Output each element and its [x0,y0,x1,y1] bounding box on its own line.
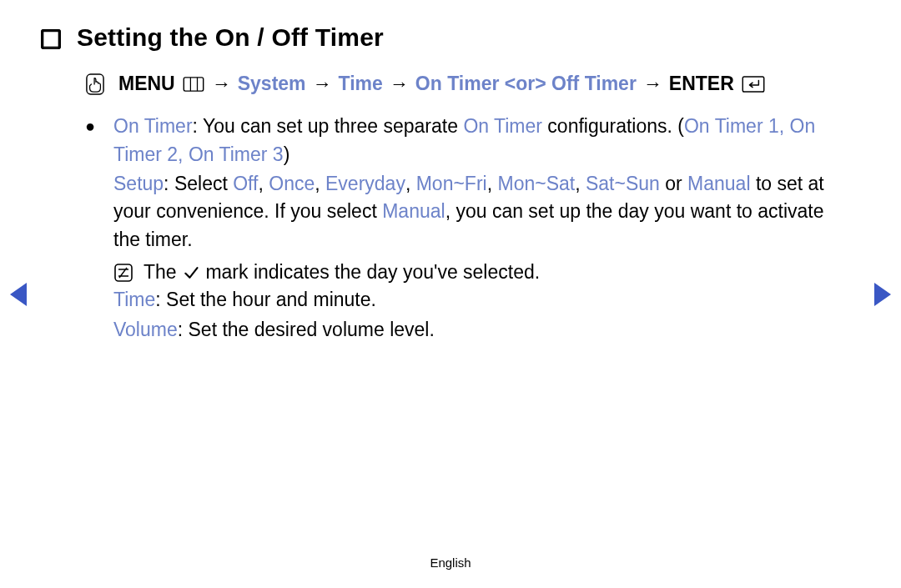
path-system: System [238,70,306,98]
path-timer: On Timer <or> Off Timer [415,70,637,98]
arrow: → [390,70,409,98]
bullet-dot: ● [85,113,97,345]
section-icon [40,28,62,50]
t: : Set the desired volume level. [178,319,435,340]
page-title-row: Setting the On / Off Timer [40,23,861,52]
path-time: Time [339,70,383,98]
svg-rect-10 [742,77,763,92]
check-icon [182,264,200,282]
t: : You can set up three separate [193,115,464,137]
bullet-on-timer: ● On Timer: You can set up three separat… [85,113,861,345]
opt-monfri: Mon~Fri [416,173,487,194]
arrow: → [313,70,332,98]
menu-icon [182,76,205,93]
t: , [487,173,498,194]
time-line: Time: Set the hour and minute. [113,286,836,314]
setup-line: Setup: Select Off, Once, Everyday, Mon~F… [113,170,836,254]
t: or [660,173,687,194]
note-text: The mark indicates the day you've select… [143,259,540,286]
svg-rect-7 [184,78,203,91]
time-label: Time [113,289,155,310]
t: On Timer [463,115,542,137]
volume-line: Volume: Set the desired volume level. [113,316,836,344]
footer-language: English [0,555,901,570]
page-title: Setting the On / Off Timer [77,23,384,52]
opt-once: Once [269,173,315,194]
t: configurations. ( [542,115,684,137]
bullet-content: On Timer: You can set up three separate … [113,113,861,345]
volume-label: Volume [113,319,178,340]
t: : Set the hour and minute. [155,289,376,310]
menu-label: MENU [118,70,175,98]
setup-label: Setup [113,173,164,194]
t: : Select [164,173,233,194]
prev-page-button[interactable] [10,283,27,306]
opt-manual: Manual [687,173,750,194]
menu-path: MENU → System → Time → On Timer <or> Off… [85,70,861,98]
note-row: The mark indicates the day you've select… [113,259,836,286]
on-timer-label: On Timer [113,115,193,137]
t: , [258,173,269,194]
note-icon [113,263,133,283]
t: The [143,261,182,283]
arrow: → [643,70,662,98]
opt-off: Off [233,173,258,194]
t: ) [284,143,290,165]
t: , [315,173,325,194]
manual-page: Setting the On / Off Timer MENU → System… [0,0,901,588]
t: mark indicates the day you've selected. [205,261,540,283]
opt-monsat: Mon~Sat [497,173,575,194]
opt-manual2: Manual [382,200,445,222]
page-body: MENU → System → Time → On Timer <or> Off… [40,70,861,345]
enter-label: ENTER [669,70,734,98]
on-timer-line: On Timer: You can set up three separate … [113,113,836,168]
t: , [575,173,586,194]
opt-satsun: Sat~Sun [586,173,660,194]
enter-icon [741,75,766,93]
svg-rect-6 [87,74,103,94]
svg-rect-3 [43,32,58,40]
arrow: → [212,70,231,98]
t: , [405,173,416,194]
opt-everyday: Everyday [325,173,405,194]
hand-icon [85,73,105,96]
next-page-button[interactable] [874,283,891,306]
